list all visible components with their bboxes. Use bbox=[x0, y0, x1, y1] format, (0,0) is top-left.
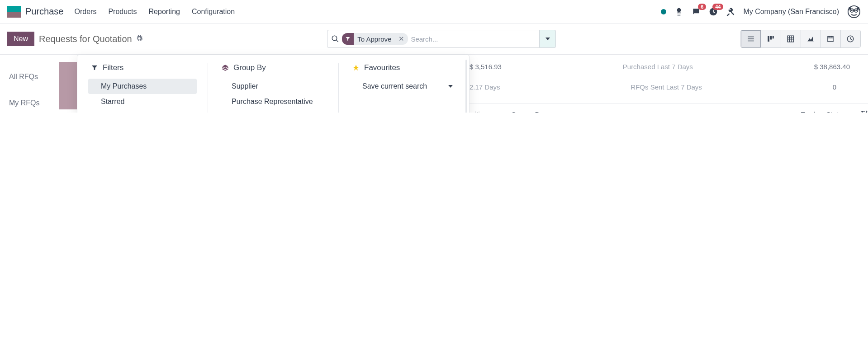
messages-badge: 6 bbox=[698, 4, 706, 10]
kpi-sent-value: 0 bbox=[833, 83, 850, 91]
svg-point-5 bbox=[849, 7, 851, 9]
favourites-column: Favourites Save current search bbox=[339, 63, 469, 113]
search-facet: To Approve ✕ bbox=[342, 33, 408, 45]
control-bar: New Requests for Quotation To Approve ✕ bbox=[0, 24, 868, 54]
svg-line-8 bbox=[337, 40, 339, 42]
groupby-column: Group By Supplier Purchase Representativ… bbox=[208, 63, 339, 113]
nav-orders[interactable]: Orders bbox=[75, 8, 97, 16]
star-icon bbox=[352, 64, 360, 71]
view-list-button[interactable] bbox=[741, 30, 761, 47]
body: All RFQs My RFQs Filters My Purchases St… bbox=[0, 54, 868, 113]
activities-badge: 44 bbox=[712, 4, 723, 10]
status-dot-icon bbox=[661, 9, 666, 14]
search-box[interactable]: To Approve ✕ bbox=[327, 30, 540, 48]
filter-icon bbox=[342, 33, 354, 45]
facet-remove[interactable]: ✕ bbox=[395, 35, 408, 43]
avatar-icon[interactable] bbox=[847, 5, 861, 19]
view-switcher bbox=[740, 30, 861, 48]
search-input[interactable] bbox=[411, 35, 536, 43]
phone-icon[interactable] bbox=[674, 7, 683, 16]
svg-point-10 bbox=[862, 111, 863, 113]
filter-my-purchases[interactable]: My Purchases bbox=[88, 79, 197, 94]
kpi-sent-label: RFQs Sent Last 7 Days bbox=[631, 83, 702, 91]
kpi-amount: $ 3,516.93 bbox=[470, 63, 502, 71]
funnel-icon bbox=[91, 64, 98, 71]
search-container: To Approve ✕ bbox=[327, 30, 556, 48]
groupby-supplier[interactable]: Supplier bbox=[219, 79, 327, 94]
kpi-purchased-label: Purchased Last 7 Days bbox=[623, 63, 693, 71]
search-dropdown-panel: Filters My Purchases Starred RFQs Purcha… bbox=[77, 55, 470, 113]
top-navbar: Purchase Orders Products Reporting Confi… bbox=[0, 0, 868, 24]
tools-icon[interactable] bbox=[726, 7, 735, 16]
company-name[interactable]: My Company (San Francisco) bbox=[743, 8, 839, 16]
main-area: Filters My Purchases Starred RFQs Purcha… bbox=[77, 55, 868, 113]
filter-starred[interactable]: Starred bbox=[88, 94, 197, 109]
view-graph-button[interactable] bbox=[801, 30, 821, 47]
filters-column: Filters My Purchases Starred RFQs Purcha… bbox=[77, 63, 208, 113]
activities-icon[interactable]: 44 bbox=[709, 7, 718, 16]
kpi-days-value: 2.17 Days bbox=[470, 83, 500, 91]
main-content-slice: $ 3,516.93 Purchased Last 7 Days $ 38,86… bbox=[470, 55, 868, 113]
view-pivot-button[interactable] bbox=[781, 30, 801, 47]
app-icon bbox=[7, 6, 21, 18]
filters-heading: Filters bbox=[88, 63, 197, 72]
chevron-down-icon bbox=[448, 82, 453, 90]
favourites-heading: Favourites bbox=[350, 63, 458, 72]
fav-save-search[interactable]: Save current search bbox=[350, 79, 458, 94]
groupby-purchase-rep[interactable]: Purchase Representative bbox=[219, 94, 327, 109]
columns-adjust-icon[interactable] bbox=[860, 109, 868, 113]
search-dropdown-toggle[interactable] bbox=[540, 30, 556, 48]
nav-right: 6 44 My Company (San Francisco) bbox=[661, 5, 861, 19]
selection-indicator bbox=[59, 62, 77, 109]
nav-menu: Orders Products Reporting Configuration bbox=[75, 8, 235, 16]
app-name: Purchase bbox=[25, 6, 64, 17]
new-button[interactable]: New bbox=[7, 32, 34, 46]
messages-icon[interactable]: 6 bbox=[692, 7, 701, 16]
view-kanban-button[interactable] bbox=[761, 30, 781, 47]
view-calendar-button[interactable] bbox=[821, 30, 840, 47]
page-title: Requests for Quotation bbox=[39, 34, 132, 44]
col-status[interactable]: Status bbox=[821, 110, 851, 113]
col-activities[interactable]: ities bbox=[470, 110, 493, 113]
view-activity-button[interactable] bbox=[840, 30, 860, 47]
svg-point-6 bbox=[857, 7, 860, 9]
nav-configuration[interactable]: Configuration bbox=[192, 8, 235, 16]
groupby-order-date[interactable]: Order Date bbox=[219, 109, 327, 113]
layers-icon bbox=[222, 64, 229, 71]
groupby-heading: Group By bbox=[219, 63, 327, 72]
svg-point-3 bbox=[851, 9, 853, 11]
facet-label: To Approve bbox=[354, 34, 395, 44]
left-panel: All RFQs My RFQs bbox=[0, 55, 77, 113]
search-icon bbox=[331, 35, 339, 43]
kpi-purchased-value: $ 38,863.40 bbox=[814, 63, 850, 71]
dropdown-scrollbar[interactable] bbox=[465, 60, 467, 113]
nav-products[interactable]: Products bbox=[108, 8, 137, 16]
gear-icon[interactable] bbox=[132, 35, 143, 43]
col-source-doc[interactable]: Source D... bbox=[506, 110, 551, 113]
svg-point-4 bbox=[855, 9, 857, 11]
col-total[interactable]: Total bbox=[796, 110, 821, 113]
nav-reporting[interactable]: Reporting bbox=[149, 8, 180, 16]
svg-point-7 bbox=[332, 36, 337, 41]
